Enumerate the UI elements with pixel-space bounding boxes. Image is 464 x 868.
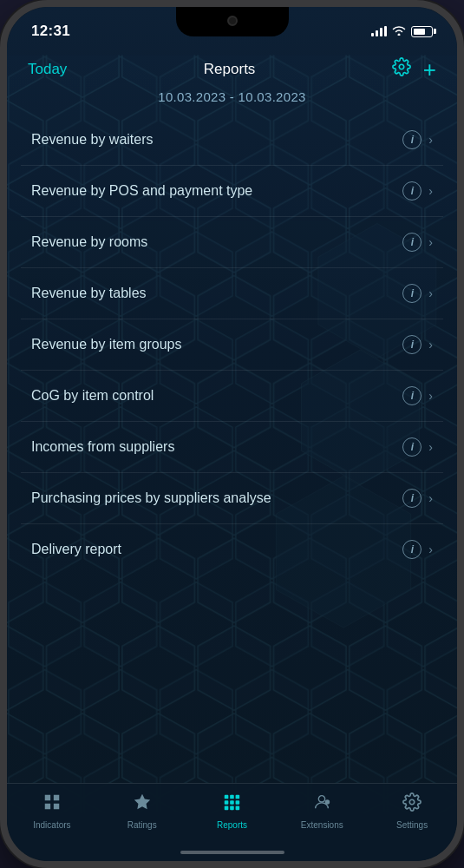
report-item[interactable]: Revenue by item groups i › (21, 319, 443, 371)
info-icon[interactable]: i (402, 489, 422, 508)
tab-ratings-label: Ratings (127, 820, 157, 830)
report-actions: i › (402, 489, 433, 508)
tab-settings[interactable]: Settings (377, 792, 447, 830)
chevron-right-icon: › (428, 184, 433, 198)
settings-icon[interactable] (392, 57, 411, 81)
battery-icon (411, 26, 433, 37)
svg-rect-11 (231, 795, 235, 799)
svg-rect-13 (225, 800, 229, 805)
svg-rect-15 (236, 800, 240, 805)
reports-list: Revenue by waiters i › Revenue by POS an… (7, 115, 457, 575)
info-icon[interactable]: i (402, 130, 422, 149)
report-item[interactable]: Revenue by waiters i › (21, 115, 443, 166)
camera (227, 16, 238, 26)
info-icon[interactable]: i (402, 386, 422, 405)
report-item[interactable]: Revenue by rooms i › (21, 217, 443, 268)
svg-rect-12 (236, 795, 240, 799)
indicators-icon (42, 792, 62, 817)
tab-extensions-label: Extensions (301, 820, 343, 830)
info-icon[interactable]: i (402, 335, 422, 354)
settings-tab-icon (402, 792, 422, 817)
tab-indicators[interactable]: Indicators (17, 792, 87, 830)
date-range: 10.03.2023 - 10.03.2023 (7, 81, 457, 115)
report-label: Revenue by rooms (31, 234, 147, 250)
main-content: Today Reports + 10.03.2023 - 10.03.2023 (7, 50, 457, 783)
vol-up-button[interactable] (0, 198, 1, 250)
page-title: Reports (204, 61, 256, 78)
report-label: Incomes from suppliers (31, 439, 174, 455)
svg-rect-14 (231, 800, 235, 805)
tab-indicators-label: Indicators (33, 820, 70, 830)
extensions-icon (312, 792, 331, 817)
header-actions: + (392, 57, 436, 81)
chevron-right-icon: › (428, 491, 433, 505)
report-actions: i › (402, 386, 433, 405)
report-label: Revenue by tables (31, 286, 147, 301)
header: Today Reports + (7, 50, 457, 81)
report-actions: i › (402, 437, 433, 457)
star-icon (133, 792, 152, 817)
tab-extensions[interactable]: Extensions (287, 792, 356, 830)
svg-point-9 (399, 64, 404, 69)
report-label: Revenue by POS and payment type (31, 183, 252, 199)
report-label: Revenue by item groups (31, 337, 181, 352)
status-time: 12:31 (31, 23, 70, 40)
report-label: CoG by item control (31, 388, 154, 404)
report-item[interactable]: CoG by item control i › (21, 371, 443, 422)
info-icon[interactable]: i (402, 233, 422, 252)
tab-reports[interactable]: Reports (197, 792, 266, 830)
info-icon[interactable]: i (402, 540, 422, 559)
chevron-right-icon: › (428, 133, 433, 147)
phone-frame: 12:31 (0, 0, 464, 868)
wifi-icon (392, 24, 406, 38)
report-item[interactable]: Purchasing prices by suppliers analyse i… (21, 473, 443, 524)
chevron-right-icon: › (428, 440, 433, 454)
report-label: Revenue by waiters (31, 132, 154, 148)
svg-rect-10 (225, 795, 229, 799)
report-actions: i › (402, 233, 433, 252)
report-item[interactable]: Incomes from suppliers i › (21, 422, 443, 473)
add-button[interactable]: + (423, 58, 436, 81)
grid-icon (222, 792, 241, 817)
svg-point-19 (319, 796, 325, 802)
report-actions: i › (402, 181, 433, 201)
report-actions: i › (402, 335, 433, 354)
svg-rect-16 (225, 806, 229, 811)
notch (176, 7, 289, 36)
info-icon[interactable]: i (402, 437, 422, 457)
svg-point-21 (409, 799, 415, 805)
report-actions: i › (402, 130, 433, 149)
today-button[interactable]: Today (28, 61, 67, 78)
svg-rect-18 (236, 806, 240, 811)
report-item[interactable]: Revenue by tables i › (21, 268, 443, 319)
report-item[interactable]: Delivery report i › (21, 524, 443, 575)
chevron-right-icon: › (428, 542, 433, 556)
chevron-right-icon: › (428, 286, 433, 300)
tab-ratings[interactable]: Ratings (108, 792, 177, 830)
report-actions: i › (402, 284, 433, 303)
status-icons (371, 24, 433, 38)
tab-bar: Indicators Ratings (7, 783, 457, 861)
tab-reports-label: Reports (217, 820, 247, 830)
report-item[interactable]: Revenue by POS and payment type i › (21, 166, 443, 217)
svg-rect-17 (231, 806, 235, 811)
info-icon[interactable]: i (402, 284, 422, 303)
home-indicator (180, 851, 284, 854)
report-label: Purchasing prices by suppliers analyse (31, 490, 271, 506)
info-icon[interactable]: i (402, 181, 422, 201)
chevron-right-icon: › (428, 338, 433, 352)
chevron-right-icon: › (428, 235, 433, 249)
report-actions: i › (402, 540, 433, 559)
tab-settings-label: Settings (396, 820, 428, 830)
vol-down-button[interactable] (0, 263, 1, 315)
screen: 12:31 (7, 7, 457, 861)
signal-icon (371, 26, 387, 36)
chevron-right-icon: › (428, 389, 433, 403)
svg-point-20 (325, 799, 330, 805)
report-label: Delivery report (31, 542, 121, 557)
